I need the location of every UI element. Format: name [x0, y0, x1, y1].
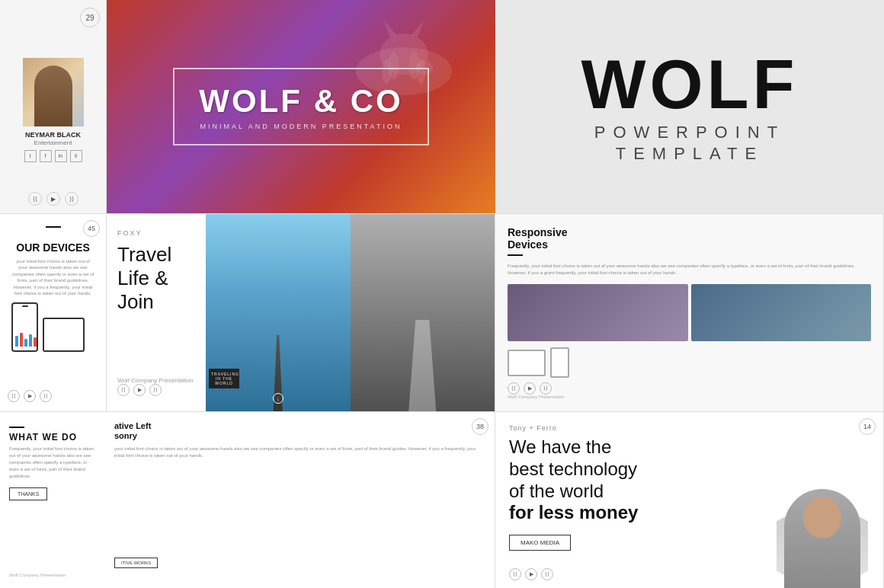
nav-next[interactable]: ⟩⟩	[65, 192, 78, 206]
nav-c3[interactable]: ⟩⟩	[40, 390, 52, 402]
travel-nav: ⟨⟨ ▶ ⟩⟩	[117, 384, 195, 396]
travel-label: Wolf Company Presentation	[117, 377, 195, 384]
phone-mockup	[11, 302, 38, 352]
wolf-title-panel: WOLF POWERPOINT TEMPLATE	[495, 0, 884, 213]
travel-images: TRAVELINGIN THE WORLD ↓	[206, 214, 495, 411]
hero-slide: WOLF & CO MINIMAL AND MODERN PRESENTATIO…	[107, 0, 495, 213]
download-icon[interactable]: ↓	[273, 393, 283, 404]
rnav-3[interactable]: ⟩⟩	[540, 382, 552, 395]
instagram-icon[interactable]: in	[55, 150, 67, 162]
travel-text-side: FOXY TravelLife &Join Wolf Company Prese…	[107, 214, 206, 411]
creative-works-button[interactable]: ITIVE WORKS	[114, 558, 158, 568]
our-devices-body: your initial font choice is taken out of…	[8, 258, 98, 296]
travel-heading: TravelLife &Join	[117, 243, 195, 315]
what-we-do-panel: WHAT WE DO Frequently, your initial font…	[0, 411, 107, 588]
bar5	[34, 337, 37, 347]
our-devices-title: OUR DEVICES	[8, 241, 98, 254]
person-photo	[23, 58, 84, 126]
hero-title: WOLF & CO	[199, 83, 402, 120]
slide-badge-45: 45	[83, 220, 100, 237]
creative-title: ative Leftsonry	[114, 421, 487, 441]
hero-subtitle: MINIMAL AND MODERN PRESENTATION	[199, 123, 402, 130]
bar4	[29, 334, 32, 347]
travel-panel: FOXY TravelLife &Join Wolf Company Prese…	[107, 213, 495, 411]
person-name: NEYMAR BLACK	[25, 131, 81, 139]
person-card: NEYMAR BLACK Entertainment t f in li	[23, 58, 84, 162]
responsive-nav: ⟨⟨ ▶ ⟩⟩	[508, 382, 871, 395]
phone-mockup-small	[550, 347, 569, 378]
devices-nav: ⟨⟨ ▶ ⟩⟩	[8, 390, 98, 402]
thanks-button[interactable]: THANKS	[9, 487, 47, 500]
slide-badge-14: 14	[859, 418, 876, 435]
travel-img-church	[351, 214, 495, 411]
facebook-icon[interactable]: f	[40, 150, 52, 162]
svg-marker-2	[383, 20, 397, 37]
travel-company-label: FOXY	[117, 229, 195, 237]
person-role: Entertainment	[34, 139, 72, 146]
creative-left-panel: 38 ative Leftsonry your initial font cho…	[107, 411, 495, 588]
what-we-do-body: Frequently, your initial font choice is …	[9, 446, 98, 480]
our-devices-panel: 45 OUR DEVICES your initial font choice …	[0, 213, 107, 411]
tech-nav: ⟨⟨ ▶ ⟩⟩	[509, 568, 553, 580]
what-we-do-title: WHAT WE DO	[9, 432, 98, 443]
person-head	[803, 497, 841, 538]
wolf-sub-powerpoint: POWERPOINT	[594, 123, 785, 142]
rnav-1[interactable]: ⟨⟨	[508, 382, 520, 395]
technav-3[interactable]: ⟩⟩	[541, 568, 553, 580]
bar2	[20, 333, 23, 347]
responsive-body: Frequently, your initial font choice is …	[508, 263, 871, 276]
mako-media-button[interactable]: MAKO MEDIA	[509, 535, 571, 551]
responsive-title: ResponsiveDevices	[508, 226, 871, 251]
nav-c2[interactable]: ▶	[24, 390, 36, 402]
responsive-line	[508, 254, 523, 256]
resp-photo-2	[691, 284, 872, 341]
wolf-main-title: WOLF	[581, 50, 799, 119]
bar1	[15, 336, 18, 347]
tnav-3[interactable]: ⟩⟩	[149, 384, 162, 396]
technav-2[interactable]: ▶	[525, 568, 537, 580]
person-hex	[769, 481, 868, 588]
slide-badge-38: 38	[472, 418, 488, 435]
nav-arrows: ⟨⟨ ▶ ⟩⟩	[28, 192, 78, 206]
social-icons-row: t f in li	[24, 150, 82, 162]
responsive-images	[508, 284, 871, 341]
slide-badge-29: 29	[80, 8, 100, 27]
church-icon	[399, 320, 445, 411]
resp-photo-1	[508, 284, 688, 341]
responsive-panel: ResponsiveDevices Frequently, your initi…	[495, 213, 884, 411]
travel-bottom: Wolf Company Presentation ⟨⟨ ▶ ⟩⟩	[117, 377, 195, 396]
technology-panel: 14 Tony + Ferro We have thebest technolo…	[495, 411, 884, 588]
person-in-hex	[784, 489, 860, 588]
technav-1[interactable]: ⟨⟨	[509, 568, 521, 580]
hero-box: WOLF & CO MINIMAL AND MODERN PRESENTATIO…	[173, 68, 428, 145]
bar3	[24, 339, 27, 347]
resp-mockups	[508, 347, 871, 378]
laptop-mockup	[508, 350, 546, 376]
wolf-sub-template: TEMPLATE	[616, 144, 764, 164]
left-top-panel: 29 NEYMAR BLACK Entertainment t f in li …	[0, 0, 107, 213]
nav-c1[interactable]: ⟨⟨	[8, 390, 20, 402]
our-devices-line	[46, 226, 61, 228]
tablet-mockup	[43, 318, 85, 352]
tnav-1[interactable]: ⟨⟨	[117, 384, 130, 396]
nav-play[interactable]: ▶	[46, 192, 60, 206]
what-we-do-line	[9, 427, 24, 428]
rnav-2[interactable]: ▶	[524, 382, 536, 395]
tnav-2[interactable]: ▶	[133, 384, 146, 396]
responsive-wolf-label: Wolf Company Presentation	[508, 395, 871, 399]
travel-img-eiffel: TRAVELINGIN THE WORLD ↓	[206, 214, 351, 411]
svg-marker-3	[411, 20, 424, 37]
linkedin-icon[interactable]: li	[70, 150, 82, 162]
what-we-do-wolf-label: Wolf Company Presentation	[9, 573, 98, 577]
travel-company: FOXY TravelLife &Join	[117, 229, 195, 315]
tech-company: Tony + Ferro	[509, 424, 870, 432]
creative-body: your initial font choice is taken out of…	[114, 446, 487, 459]
twitter-icon[interactable]: t	[24, 150, 37, 162]
traveling-badge: TRAVELINGIN THE WORLD	[209, 369, 239, 388]
nav-prev[interactable]: ⟨⟨	[28, 192, 42, 206]
person-silhouette	[34, 66, 72, 126]
devices-mockups	[8, 302, 98, 352]
